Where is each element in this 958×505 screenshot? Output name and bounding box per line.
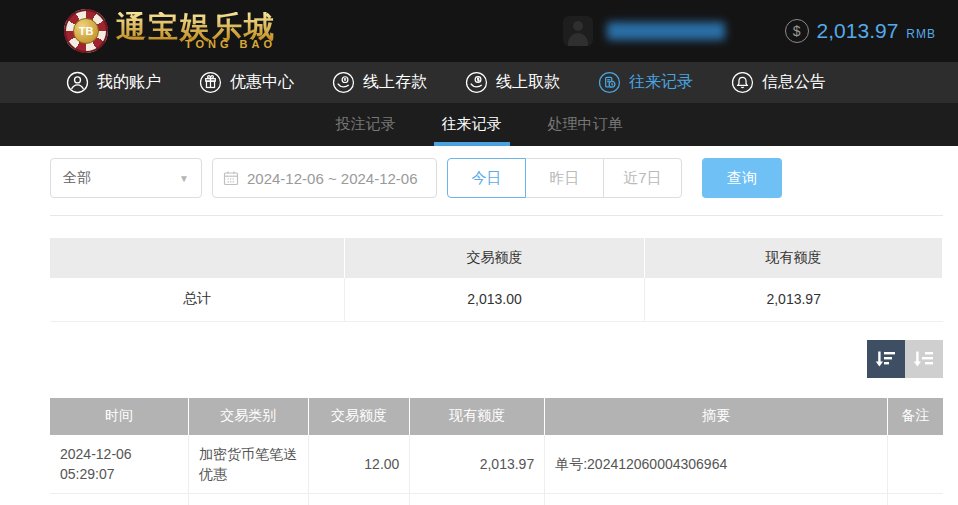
nav-item-promotions[interactable]: 优惠中心 <box>199 71 294 94</box>
summary-header-empty <box>50 238 345 278</box>
col-time: 时间 <box>50 398 188 435</box>
tab-transaction-records[interactable]: 往来记录 <box>434 103 510 146</box>
cell-balance: 2,013.97 <box>410 435 545 494</box>
cell-remark <box>888 435 943 494</box>
cell-summary: 单号:202412060004306964 <box>545 435 888 494</box>
chevron-down-icon: ▼ <box>179 173 189 184</box>
cell-type: 加密货币入款 <box>188 494 308 505</box>
tab-betting-records[interactable]: 投注记录 <box>328 103 404 146</box>
top-bar: TB 通宝娱乐城 TONG BAO $ 2,013.97 RMB <box>0 0 958 62</box>
username-redacted <box>607 22 725 40</box>
sort-controls <box>50 340 943 378</box>
table-row: 2024-12-06 05:29:07 加密货币笔笔送优惠 12.00 2,01… <box>50 435 943 494</box>
gift-icon <box>199 71 222 94</box>
calendar-icon <box>223 170 239 186</box>
quick-date-buttons: 今日 昨日 近7日 <box>447 158 682 198</box>
nav-item-transactions[interactable]: 往来记录 <box>598 71 693 94</box>
today-button[interactable]: 今日 <box>447 158 526 198</box>
withdraw-icon <box>465 71 488 94</box>
nav-item-my-account[interactable]: 我的账户 <box>66 71 161 94</box>
divider <box>50 215 943 216</box>
cell-amount: 12.00 <box>308 435 410 494</box>
content-area: 全部 ▼ 2024-12-06 ~ 2024-12-06 今日 昨日 近7日 查… <box>0 146 958 505</box>
records-table: 时间 交易类别 交易额度 现有额度 摘要 备注 2024-12-06 05:29… <box>50 398 943 505</box>
summary-header-amount: 交易额度 <box>345 238 645 278</box>
search-button[interactable]: 查询 <box>702 158 782 198</box>
cell-balance: 2,001.96 <box>410 494 545 505</box>
summary-header-row: 交易额度 现有额度 <box>50 238 943 278</box>
cell-type: 加密货币笔笔送优惠 <box>188 435 308 494</box>
cell-summary: 单号:202412060004306964 <box>545 494 888 505</box>
cell-time: 2024-12-06 05:29:07 <box>50 435 188 494</box>
sort-ascending-button[interactable] <box>905 340 943 378</box>
date-range-input[interactable]: 2024-12-06 ~ 2024-12-06 <box>212 158 437 198</box>
summary-total-label: 总计 <box>50 278 345 321</box>
sort-ascending-icon <box>912 347 936 371</box>
nav-item-withdraw[interactable]: 线上取款 <box>465 71 560 94</box>
dollar-icon: $ <box>785 19 809 43</box>
summary-header-balance: 现有额度 <box>644 238 942 278</box>
sort-descending-icon <box>874 347 898 371</box>
user-avatar[interactable] <box>563 16 593 46</box>
col-type: 交易类别 <box>188 398 308 435</box>
user-icon <box>66 71 89 94</box>
bell-icon <box>731 71 754 94</box>
records-header-row: 时间 交易类别 交易额度 现有额度 摘要 备注 <box>50 398 943 435</box>
cell-remark <box>888 494 943 505</box>
summary-total-amount: 2,013.00 <box>345 278 645 321</box>
account-balance: $ 2,013.97 RMB <box>785 19 936 43</box>
filter-bar: 全部 ▼ 2024-12-06 ~ 2024-12-06 今日 昨日 近7日 查… <box>50 158 943 198</box>
col-amount: 交易额度 <box>308 398 410 435</box>
balance-amount: 2,013.97 <box>817 19 899 43</box>
summary-table: 交易额度 现有额度 总计 2,013.00 2,013.97 <box>50 238 943 322</box>
main-nav: 我的账户 优惠中心 线上存款 线上取款 往来记录 <box>0 62 958 103</box>
type-select[interactable]: 全部 ▼ <box>50 158 202 198</box>
chip-monogram: TB <box>73 18 99 44</box>
deposit-icon <box>332 71 355 94</box>
cell-amount: 2,001.00 <box>308 494 410 505</box>
summary-total-balance: 2,013.97 <box>644 278 942 321</box>
poker-chip-icon: TB <box>64 9 108 53</box>
col-balance: 现有额度 <box>410 398 545 435</box>
col-remark: 备注 <box>888 398 943 435</box>
summary-total-row: 总计 2,013.00 2,013.97 <box>50 278 943 321</box>
nav-item-announcements[interactable]: 信息公告 <box>731 71 826 94</box>
records-icon <box>598 71 621 94</box>
last7days-button[interactable]: 近7日 <box>603 158 682 198</box>
site-logo[interactable]: TB 通宝娱乐城 TONG BAO <box>64 9 276 53</box>
sub-nav: 投注记录 往来记录 处理中订单 <box>0 103 958 146</box>
col-summary: 摘要 <box>545 398 888 435</box>
table-row: 2024-12-06 05:29:07 加密货币入款 2,001.00 2,00… <box>50 494 943 505</box>
nav-item-deposit[interactable]: 线上存款 <box>332 71 427 94</box>
sort-descending-button[interactable] <box>867 340 905 378</box>
tab-pending-orders[interactable]: 处理中订单 <box>540 103 631 146</box>
cell-time: 2024-12-06 05:29:07 <box>50 494 188 505</box>
yesterday-button[interactable]: 昨日 <box>525 158 604 198</box>
balance-currency: RMB <box>906 27 936 41</box>
